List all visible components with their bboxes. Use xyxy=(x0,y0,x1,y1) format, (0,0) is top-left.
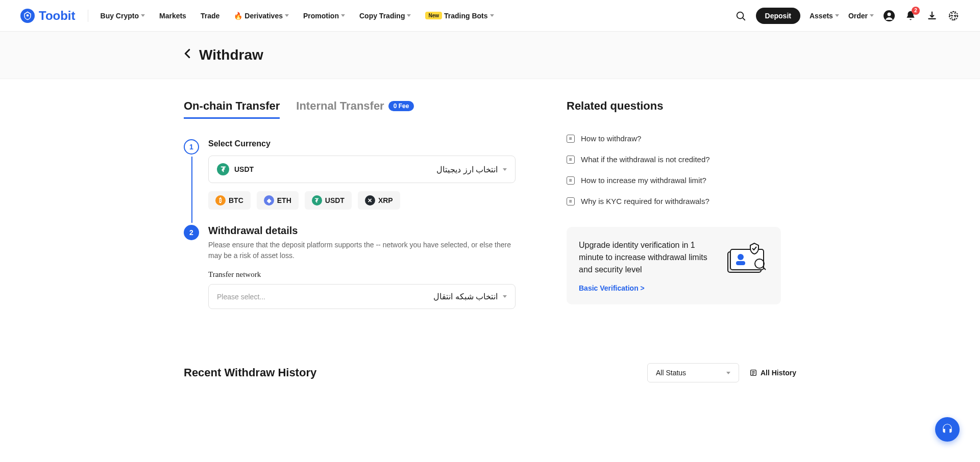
document-icon: ≡ xyxy=(567,156,575,164)
nav-label: Trade xyxy=(201,12,219,20)
nav-label: Derivatives xyxy=(244,12,283,20)
network-select-hint: انتخاب شبکه انتقال xyxy=(433,292,498,301)
deposit-button[interactable]: Deposit xyxy=(756,8,800,24)
fire-icon: 🔥 xyxy=(234,12,242,20)
nav-label: Buy Crypto xyxy=(101,12,139,20)
network-field-label: Transfer network xyxy=(208,270,516,279)
quick-coin-btc[interactable]: ₿BTC xyxy=(208,191,251,210)
all-history-link[interactable]: All History xyxy=(749,369,796,377)
svg-point-3 xyxy=(888,12,891,16)
usdt-icon: ₮ xyxy=(217,163,229,175)
quick-coin-eth[interactable]: ◆ETH xyxy=(257,191,299,210)
step-2-title: Withdrawal details xyxy=(208,225,516,237)
user-icon xyxy=(883,9,895,22)
chevron-down-icon xyxy=(490,14,494,17)
page-title: Withdraw xyxy=(199,47,263,63)
logo-icon xyxy=(20,9,35,23)
notifications-button[interactable]: 2 xyxy=(904,10,917,22)
chevron-down-icon xyxy=(285,14,289,17)
new-badge: New xyxy=(425,12,442,19)
nav-label: Trading Bots xyxy=(444,12,488,20)
btc-icon: ₿ xyxy=(215,195,226,206)
search-button[interactable] xyxy=(734,10,747,22)
nav-trade[interactable]: Trade xyxy=(201,12,219,20)
coin-label: BTC xyxy=(229,196,243,204)
back-button[interactable] xyxy=(184,48,191,62)
logo-text: Toobit xyxy=(39,9,76,23)
chevron-down-icon xyxy=(503,295,507,298)
svg-point-0 xyxy=(27,14,29,17)
eth-icon: ◆ xyxy=(264,195,274,206)
fee-badge: 0 Fee xyxy=(388,101,414,111)
header-divider xyxy=(88,10,88,22)
svg-rect-9 xyxy=(736,261,745,265)
chevron-left-icon xyxy=(184,48,191,59)
status-filter-value: All Status xyxy=(656,369,686,377)
coin-label: XRP xyxy=(378,196,393,204)
chevron-down-icon xyxy=(503,168,507,171)
nav-promotion[interactable]: Promotion xyxy=(303,12,345,20)
nav-assets[interactable]: Assets xyxy=(810,12,839,20)
faq-item[interactable]: ≡How to increase my withdrawal limit? xyxy=(567,170,781,191)
quick-coin-list: ₿BTC ◆ETH ₮USDT ✕XRP xyxy=(208,191,516,210)
document-icon: ≡ xyxy=(567,176,575,185)
history-section: Recent Withdraw History All Status All H… xyxy=(184,363,796,382)
nav-derivatives[interactable]: 🔥Derivatives xyxy=(234,12,289,20)
tab-onchain[interactable]: On-chain Transfer xyxy=(184,99,280,119)
nav-order[interactable]: Order xyxy=(848,12,874,20)
user-button[interactable] xyxy=(883,10,895,22)
document-icon: ≡ xyxy=(567,135,575,143)
faq-item[interactable]: ≡How to withdraw? xyxy=(567,128,781,149)
chevron-down-icon xyxy=(141,14,145,17)
currency-select-hint: انتخاب ارز دیجیتال xyxy=(436,165,498,174)
faq-item[interactable]: ≡Why is KYC required for withdrawals? xyxy=(567,191,781,212)
network-select[interactable]: Please select... انتخاب شبکه انتقال xyxy=(208,284,516,309)
faq-text: How to increase my withdrawal limit? xyxy=(581,176,706,185)
list-icon xyxy=(749,369,757,377)
main-header: Toobit Buy Crypto Markets Trade 🔥Derivat… xyxy=(0,0,980,32)
search-icon xyxy=(735,10,746,21)
tab-label: Internal Transfer xyxy=(296,99,384,113)
document-icon: ≡ xyxy=(567,197,575,206)
chevron-down-icon xyxy=(341,14,345,17)
nav-buy-crypto[interactable]: Buy Crypto xyxy=(101,12,145,20)
step-2-description: Please ensure that the deposit platform … xyxy=(208,240,516,261)
quick-coin-xrp[interactable]: ✕XRP xyxy=(358,191,400,210)
nav-label: Markets xyxy=(159,12,186,20)
quick-coin-usdt[interactable]: ₮USDT xyxy=(305,191,352,210)
faq-item[interactable]: ≡What if the withdrawal is not credited? xyxy=(567,149,781,170)
logo[interactable]: Toobit xyxy=(20,9,76,23)
chevron-down-icon xyxy=(835,14,839,17)
step-number-2: 2 xyxy=(184,225,199,240)
sidebar-title: Related questions xyxy=(567,99,781,113)
coin-label: ETH xyxy=(277,196,291,204)
download-icon xyxy=(927,11,937,21)
basic-verification-link[interactable]: Basic Verification > xyxy=(579,284,713,292)
nav-label: Order xyxy=(848,12,868,20)
faq-text: Why is KYC required for withdrawals? xyxy=(581,197,709,206)
tab-internal[interactable]: Internal Transfer 0 Fee xyxy=(296,99,414,119)
nav-copy-trading[interactable]: Copy Trading xyxy=(359,12,411,20)
page-header: Withdraw xyxy=(0,32,980,79)
currency-select[interactable]: ₮ USDT انتخاب ارز دیجیتال xyxy=(208,156,516,183)
coin-label: USDT xyxy=(325,196,345,204)
nav-label: Assets xyxy=(810,12,833,20)
step-withdrawal-details: 2 Withdrawal details Please ensure that … xyxy=(184,225,516,317)
faq-text: What if the withdrawal is not credited? xyxy=(581,155,710,164)
download-button[interactable] xyxy=(926,10,938,22)
upgrade-message: Upgrade identity verification in 1 minut… xyxy=(579,239,713,276)
svg-point-8 xyxy=(738,254,744,260)
nav-label: Copy Trading xyxy=(359,12,405,20)
nav-trading-bots[interactable]: NewTrading Bots xyxy=(425,12,494,20)
faq-text: How to withdraw? xyxy=(581,134,641,143)
history-title: Recent Withdraw History xyxy=(184,366,316,379)
upgrade-verification-card: Upgrade identity verification in 1 minut… xyxy=(567,227,781,304)
usdt-icon: ₮ xyxy=(312,195,322,206)
step-select-currency: 1 Select Currency ₮ USDT انتخاب ارز دیجی… xyxy=(184,139,516,210)
nav-label: Promotion xyxy=(303,12,339,20)
status-filter-select[interactable]: All Status xyxy=(647,363,739,382)
step-1-label: Select Currency xyxy=(208,139,516,148)
nav-markets[interactable]: Markets xyxy=(159,12,186,20)
header-right: Deposit Assets Order 2 xyxy=(734,8,960,24)
globe-button[interactable] xyxy=(947,10,960,22)
